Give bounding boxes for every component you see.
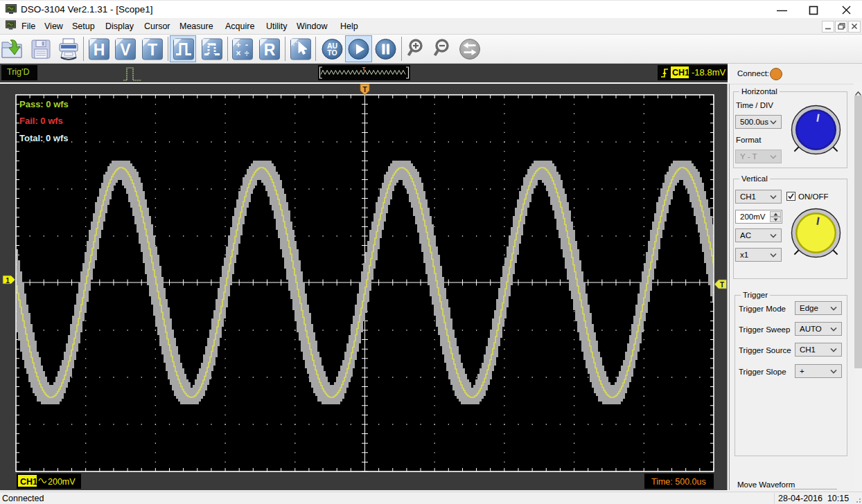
svg-text:÷: ÷: [245, 48, 249, 58]
svg-text:T: T: [362, 86, 367, 93]
svg-text:200mV: 200mV: [48, 477, 76, 487]
svg-text:×: ×: [236, 48, 240, 58]
svg-text:T: T: [362, 66, 366, 72]
svg-text:R: R: [263, 41, 275, 59]
svg-text:TO: TO: [327, 48, 337, 57]
svg-text:T: T: [720, 281, 724, 289]
svg-text:T: T: [148, 41, 157, 59]
svg-text:CH1: CH1: [20, 477, 37, 487]
svg-text:Pass: 0 wfs: Pass: 0 wfs: [19, 99, 69, 109]
svg-text:Fail: 0 wfs: Fail: 0 wfs: [19, 116, 63, 126]
svg-text:Time: 500.0us: Time: 500.0us: [651, 477, 706, 487]
svg-text:V: V: [120, 41, 131, 59]
svg-text:H: H: [93, 41, 105, 59]
svg-text:Total: 0 wfs: Total: 0 wfs: [19, 133, 69, 143]
svg-text:1: 1: [6, 277, 10, 285]
